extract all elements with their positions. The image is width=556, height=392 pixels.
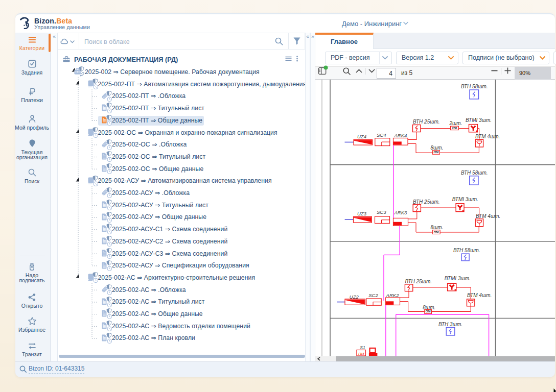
svg-text:СПИ: СПИ <box>434 231 439 234</box>
svg-text:SC2: SC2 <box>368 292 378 298</box>
svg-text:ВТН 25шт.: ВТН 25шт. <box>413 199 440 205</box>
svg-text:2шт.: 2шт. <box>449 120 462 126</box>
svg-text:ARK3: ARK3 <box>394 210 408 215</box>
svg-text:UZ4: UZ4 <box>357 134 366 139</box>
svg-text:UZ3: UZ3 <box>357 211 367 216</box>
svg-text:ВТМ 4шт.: ВТМ 4шт. <box>475 134 500 139</box>
svg-text:ВТМ 4шт.: ВТМ 4шт. <box>467 292 492 298</box>
svg-text:СПИ: СПИ <box>426 310 431 313</box>
svg-text:ВТН 25шт.: ВТН 25шт. <box>405 279 432 284</box>
svg-text:ВТМI 3шт.: ВТМI 3шт. <box>445 276 471 281</box>
svg-text:ВТМI 3шт.: ВТМI 3шт. <box>466 117 492 123</box>
svg-text:СПИ: СПИ <box>452 127 457 130</box>
svg-text:8шт.: 8шт. <box>431 225 444 230</box>
svg-text:ВТН 58шт.: ВТН 58шт. <box>453 248 480 253</box>
svg-text:ВТН 25шт.: ВТН 25шт. <box>413 119 440 125</box>
svg-text:ВТН 3шт.: ВТН 3шт. <box>438 322 462 327</box>
svg-text:SC4: SC4 <box>377 132 386 138</box>
svg-text:SC3: SC3 <box>377 209 386 215</box>
svg-text:8шт.: 8шт. <box>431 145 444 151</box>
svg-text:ARK2: ARK2 <box>386 292 400 298</box>
svg-text:ПИ: ПИ <box>358 352 364 356</box>
svg-text:S1: S1 <box>360 345 365 350</box>
svg-text:ВТМI 3шт.: ВТМI 3шт. <box>452 197 478 202</box>
svg-text:ВТН 58шт.: ВТН 58шт. <box>461 170 488 176</box>
svg-text:ВТН 58шт.: ВТН 58шт. <box>461 84 488 89</box>
svg-text:ВТМ 4шт.: ВТМ 4шт. <box>476 213 500 219</box>
svg-text:ARK4: ARK4 <box>394 133 407 138</box>
svg-text:UZ2: UZ2 <box>350 294 359 300</box>
svg-text:СПИ: СПИ <box>433 151 438 154</box>
